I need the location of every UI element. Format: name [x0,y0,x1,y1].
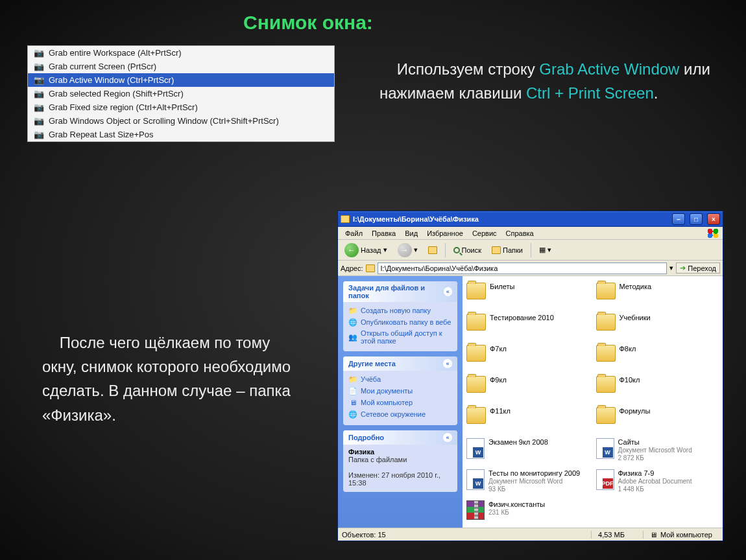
camera-icon: 📷 [33,62,45,71]
details-changed-label: Изменен: [348,471,379,479]
place-link[interactable]: 🌐Сетевое окружение [348,408,452,420]
file-name: Формулы [620,407,651,415]
menu-Вид[interactable]: Вид [400,229,422,237]
camera-icon: 📷 [33,48,45,58]
task-link[interactable]: 👥Открыть общий доступ к этой папке [348,328,452,346]
collapse-icon: « [443,359,452,368]
menu-Файл[interactable]: Файл [341,229,367,237]
location-label: Мой компьютер [660,531,712,539]
place-link[interactable]: 📁Учёба [348,373,452,385]
camera-icon: 📷 [33,102,45,112]
file-item[interactable]: Ф9кл [466,376,590,404]
grab-menu-item[interactable]: 📷Grab Fixed size region (Ctrl+Alt+PrtScr… [28,100,334,114]
views-button[interactable]: ▦ ▾ [535,244,555,256]
camera-icon: 📷 [33,130,45,139]
back-button[interactable]: ← Назад ▾ [341,241,391,259]
file-item[interactable]: Ф11кл [466,407,590,436]
folders-label: Папки [503,246,523,254]
file-item[interactable]: Формулы [596,407,719,436]
file-item[interactable]: WТесты по мониторингу 2009Документ Micro… [466,469,590,498]
back-label: Назад [361,246,381,254]
folders-button[interactable]: Папки [488,244,527,256]
search-button[interactable]: Поиск [450,244,485,256]
file-name: Физич.константы [488,500,545,509]
file-name: Сайты [618,438,692,447]
up-button[interactable] [424,244,441,256]
menu-Избранное[interactable]: Избранное [422,229,468,237]
search-icon [453,247,460,253]
files-pane[interactable]: БилетыМетодикаТестирование 2010УчебникиФ… [463,276,723,528]
maximize-button[interactable]: □ [690,213,703,225]
camera-icon: 📷 [33,75,45,85]
place-icon: 📁 [348,375,357,384]
file-item[interactable]: Тестирование 2010 [466,314,590,342]
file-item[interactable]: Ф8кл [596,345,719,373]
file-name: Методика [620,283,652,291]
place-link[interactable]: 📄Мои документы [348,385,452,397]
details-header[interactable]: Подробно « [343,430,457,445]
grab-menu-item[interactable]: 📷Grab selected Region (Shift+PrtScr) [28,87,334,100]
chevron-down-icon: ▾ [414,246,418,254]
file-name: Учебники [620,314,651,322]
menu-Правка[interactable]: Правка [367,229,400,237]
menu-Справка[interactable]: Справка [501,229,538,237]
paragraph-right: Используем строку Grab Active Window или… [379,57,710,105]
forward-button[interactable]: → ▾ [394,241,422,259]
task-icon: 👥 [348,332,357,342]
task-icon: 🌐 [348,318,357,327]
go-label: Переход [688,264,716,272]
grab-item-label: Grab Windows Object or Scrolling Window … [49,116,279,126]
folder-icon [466,376,486,393]
addressbar: Адрес: ▾ ➔ Переход [338,261,723,276]
places-title: Другие места [348,360,396,368]
file-meta: Документ Microsoft Word93 КБ [488,478,580,493]
separator [445,243,446,257]
grab-menu-item[interactable]: 📷Grab entire Workspace (Alt+PrtScr) [28,46,334,60]
objects-label: Объектов: [342,531,376,539]
menu-Сервис[interactable]: Сервис [468,229,501,237]
file-item[interactable]: PDFФизика 7-9Adobe Acrobat Document1 448… [596,469,719,498]
word-doc-icon: W [466,469,485,490]
file-item[interactable]: Физич.константы231 КБ [466,500,590,528]
file-item[interactable]: Учебники [596,314,719,342]
file-item[interactable]: Ф7кл [466,345,590,373]
task-link[interactable]: 🌐Опубликовать папку в вебе [348,316,452,328]
file-item[interactable]: Билеты [466,283,590,311]
objects-count: 15 [378,531,385,539]
paragraph-left: После чего щёлкаем по тому окну, снимок … [42,331,308,427]
go-button[interactable]: ➔ Переход [676,262,720,274]
explorer-window: I:\Документы\Борина\Учёба\Физика – □ × Ф… [337,211,723,541]
file-item[interactable]: WЭкзамен 9кл 2008 [466,438,590,467]
chevron-down-icon[interactable]: ▾ [669,264,673,272]
folder-icon [596,345,616,362]
address-input[interactable] [378,262,668,274]
go-arrow-icon: ➔ [680,264,686,272]
tasks-header[interactable]: Задачи для файлов и папок « [343,281,457,302]
grab-menu-item[interactable]: 📷Grab current Screen (PrtScr) [28,60,334,73]
camera-icon: 📷 [33,116,45,126]
grab-menu-item[interactable]: 📷Grab Windows Object or Scrolling Window… [28,114,334,128]
titlebar[interactable]: I:\Документы\Борина\Учёба\Физика – □ × [338,211,723,227]
file-item[interactable]: WСайтыДокумент Microsoft Word2 872 КБ [596,438,719,467]
minimize-button[interactable]: – [672,213,685,225]
place-label: Мои документы [361,387,413,395]
grab-item-label: Grab Fixed size region (Ctrl+Alt+PrtScr) [49,102,198,112]
folder-up-icon [428,246,437,254]
grab-menu-item[interactable]: 📷Grab Active Window (Ctrl+PrtScr) [28,73,334,87]
task-link[interactable]: 📁Создать новую папку [348,305,452,316]
file-item[interactable]: Методика [596,283,719,311]
file-item[interactable]: Ф10кл [596,376,719,404]
file-name: Ф7кл [490,345,507,353]
task-label: Создать новую папку [361,307,431,314]
folder-icon [341,215,350,223]
details-title: Подробно [348,434,384,441]
details-panel: Подробно « Физика Папка с файлами Измене… [343,430,457,492]
folder-icon [596,283,616,299]
places-header[interactable]: Другие места « [343,356,457,371]
place-link[interactable]: 🖥Мой компьютер [348,397,452,408]
tasks-panel: Задачи для файлов и папок « 📁Создать нов… [343,281,457,351]
close-button[interactable]: × [707,213,720,225]
grab-item-label: Grab Repeat Last Size+Pos [49,130,154,139]
grab-menu-item[interactable]: 📷Grab Repeat Last Size+Pos [28,128,334,141]
grab-item-label: Grab selected Region (Shift+PrtScr) [49,89,184,99]
